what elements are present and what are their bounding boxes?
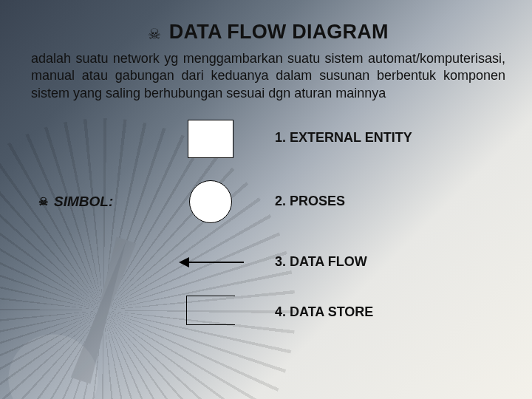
symbol-label-process: 2. PROSES <box>275 194 345 209</box>
title-row: ☠ DATA FLOW DIAGRAM <box>31 21 505 44</box>
symbols-heading-text: SIMBOL: <box>54 194 113 210</box>
symbol-label-external-entity: 1. EXTERNAL ENTITY <box>275 130 412 146</box>
symbol-process-icon <box>189 180 232 223</box>
symbol-label-data-store: 4. DATA STORE <box>275 304 373 320</box>
symbols-area: ☠ SIMBOL: 1. EXTERNAL ENTITY 2. PROSES 3… <box>31 120 505 356</box>
symbol-labels-column: 1. EXTERNAL ENTITY 2. PROSES 3. DATA FLO… <box>275 120 519 356</box>
skull-icon: ☠ <box>38 195 48 208</box>
description-text: adalah suatu network yg menggambarkan su… <box>31 50 505 102</box>
skull-icon: ☠ <box>148 25 161 43</box>
slide-title: DATA FLOW DIAGRAM <box>169 21 389 44</box>
slide-content: ☠ DATA FLOW DIAGRAM adalah suatu network… <box>0 0 532 399</box>
symbol-data-store-icon <box>186 296 235 325</box>
slide: ☠ DATA FLOW DIAGRAM adalah suatu network… <box>0 0 532 399</box>
symbol-external-entity-icon <box>188 120 233 158</box>
symbol-shapes-column <box>185 120 244 356</box>
symbol-data-flow-icon <box>180 262 244 264</box>
symbols-heading: ☠ SIMBOL: <box>38 194 113 210</box>
symbol-label-data-flow: 3. DATA FLOW <box>275 254 367 270</box>
